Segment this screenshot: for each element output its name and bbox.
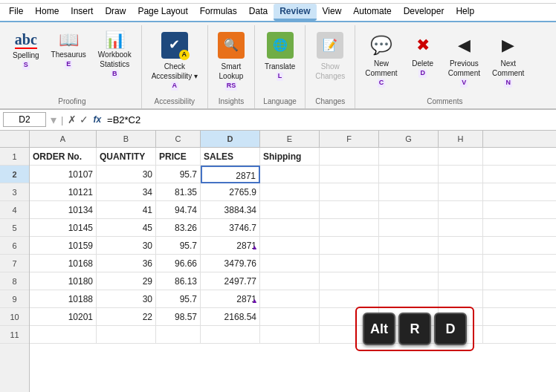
row-header-3[interactable]: 3 xyxy=(0,183,29,201)
cell-h7[interactable] xyxy=(439,255,483,272)
cell-b1[interactable]: QUANTITY xyxy=(97,148,156,166)
cell-h9[interactable] xyxy=(439,290,483,308)
cell-f7[interactable] xyxy=(320,255,379,272)
col-header-f[interactable]: F xyxy=(320,131,379,147)
cell-e8[interactable] xyxy=(260,272,320,290)
cell-f5[interactable] xyxy=(320,219,379,237)
cell-g6[interactable] xyxy=(379,237,439,255)
cell-b2[interactable]: 30 xyxy=(97,166,156,183)
cell-b4[interactable]: 41 xyxy=(97,201,156,219)
cell-g4[interactable] xyxy=(379,201,439,219)
row-header-7[interactable]: 7 xyxy=(0,255,29,272)
cell-d2[interactable]: 2871 xyxy=(201,166,260,183)
cell-e11[interactable] xyxy=(260,326,320,344)
tab-view[interactable]: View xyxy=(317,4,348,21)
cell-e4[interactable] xyxy=(260,201,320,219)
cell-h2[interactable] xyxy=(439,166,483,183)
tab-help[interactable]: Help xyxy=(450,4,480,21)
cell-a9[interactable]: 10188 xyxy=(30,290,97,308)
cell-a8[interactable]: 10180 xyxy=(30,272,97,290)
tab-home[interactable]: Home xyxy=(29,4,65,21)
cell-e5[interactable] xyxy=(260,219,320,237)
cell-g5[interactable] xyxy=(379,219,439,237)
cell-b5[interactable]: 45 xyxy=(97,219,156,237)
cell-h5[interactable] xyxy=(439,219,483,237)
cell-f4[interactable] xyxy=(320,201,379,219)
cell-h8[interactable] xyxy=(439,272,483,290)
cell-b8[interactable]: 29 xyxy=(97,272,156,290)
row-header-2[interactable]: 2 xyxy=(0,166,29,183)
previous-comment-button[interactable]: ◀ Previous Comment V xyxy=(443,28,485,91)
col-header-c[interactable]: C xyxy=(156,131,201,147)
cell-e2[interactable] xyxy=(260,166,320,183)
cell-g7[interactable] xyxy=(379,255,439,272)
tab-draw[interactable]: Draw xyxy=(99,4,132,21)
row-header-1[interactable]: 1 xyxy=(0,148,29,166)
cell-a2[interactable]: 10107 xyxy=(30,166,97,183)
col-header-a[interactable]: A xyxy=(30,131,97,147)
cell-e7[interactable] xyxy=(260,255,320,272)
cell-c2[interactable]: 95.7 xyxy=(156,166,201,183)
cell-c1[interactable]: PRICE xyxy=(156,148,201,166)
row-header-4[interactable]: 4 xyxy=(0,201,29,219)
cell-reference-input[interactable] xyxy=(3,112,46,127)
cell-a10[interactable]: 10201 xyxy=(30,308,97,326)
tab-review[interactable]: Review xyxy=(274,4,316,21)
cell-a11[interactable] xyxy=(30,326,97,344)
cell-g3[interactable] xyxy=(379,183,439,201)
cell-c5[interactable]: 83.26 xyxy=(156,219,201,237)
tab-file[interactable]: File xyxy=(3,4,29,21)
delete-button[interactable]: ✖ Delete D xyxy=(404,28,442,82)
cell-h4[interactable] xyxy=(439,201,483,219)
row-header-5[interactable]: 5 xyxy=(0,219,29,237)
cell-d4[interactable]: 3884.34 xyxy=(201,201,260,219)
cell-c11[interactable] xyxy=(156,326,201,344)
translate-button[interactable]: 🌐 Translate L xyxy=(259,28,300,85)
col-header-e[interactable]: E xyxy=(260,131,320,147)
spelling-button[interactable]: abc Spelling S xyxy=(7,28,45,74)
cell-a1[interactable]: ORDER No. xyxy=(30,148,97,166)
row-header-11[interactable]: 11 xyxy=(0,326,29,344)
cell-e1[interactable]: Shipping xyxy=(260,148,320,166)
cell-d9[interactable]: 2871 ▲ xyxy=(201,290,260,308)
show-changes-button[interactable]: 📝 Show Changes xyxy=(310,28,350,85)
tab-formulas[interactable]: Formulas xyxy=(194,4,243,21)
cell-d5[interactable]: 3746.7 xyxy=(201,219,260,237)
cell-c8[interactable]: 86.13 xyxy=(156,272,201,290)
cell-g2[interactable] xyxy=(379,166,439,183)
cell-d6[interactable]: 2871 ▲ xyxy=(201,237,260,255)
cell-f3[interactable] xyxy=(320,183,379,201)
cell-h3[interactable] xyxy=(439,183,483,201)
cell-f9[interactable] xyxy=(320,290,379,308)
col-header-b[interactable]: B xyxy=(97,131,156,147)
cell-g1[interactable] xyxy=(379,148,439,166)
cell-f1[interactable] xyxy=(320,148,379,166)
cell-a7[interactable]: 10168 xyxy=(30,255,97,272)
cell-d3[interactable]: 2765.9 xyxy=(201,183,260,201)
cell-a3[interactable]: 10121 xyxy=(30,183,97,201)
confirm-formula-icon[interactable]: ✓ xyxy=(80,114,88,125)
cell-ref-dropdown-icon[interactable]: ▾ xyxy=(51,113,56,127)
cell-f8[interactable] xyxy=(320,272,379,290)
cell-e9[interactable] xyxy=(260,290,320,308)
tab-data[interactable]: Data xyxy=(243,4,274,21)
thesaurus-button[interactable]: 📖 Thesaurus E xyxy=(46,28,91,73)
cell-f6[interactable] xyxy=(320,237,379,255)
row-header-10[interactable]: 10 xyxy=(0,308,29,326)
cell-c9[interactable]: 95.7 xyxy=(156,290,201,308)
check-accessibility-button[interactable]: ✔ A Check Accessibility ▾ A xyxy=(146,28,203,94)
cell-f2[interactable] xyxy=(320,166,379,183)
cell-e6[interactable] xyxy=(260,237,320,255)
tab-developer[interactable]: Developer xyxy=(398,4,450,21)
cell-a6[interactable]: 10159 xyxy=(30,237,97,255)
row-header-6[interactable]: 6 xyxy=(0,237,29,255)
workbook-statistics-button[interactable]: 📊 Workbook Statistics B xyxy=(93,28,137,82)
smart-lookup-button[interactable]: 🔍 Smart Lookup RS xyxy=(213,28,250,94)
col-header-g[interactable]: G xyxy=(379,131,439,147)
cell-b10[interactable]: 22 xyxy=(97,308,156,326)
cell-e3[interactable] xyxy=(260,183,320,201)
tab-automate[interactable]: Automate xyxy=(347,4,397,21)
tab-insert[interactable]: Insert xyxy=(65,4,99,21)
cell-c4[interactable]: 94.74 xyxy=(156,201,201,219)
cell-d11[interactable] xyxy=(201,326,260,344)
